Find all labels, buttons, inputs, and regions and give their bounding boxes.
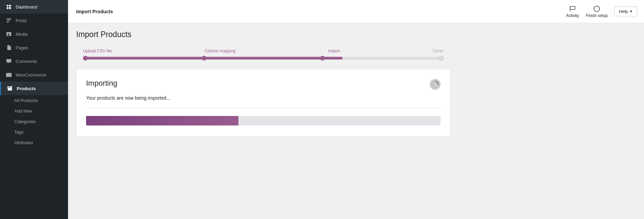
svg-text:woo: woo (6, 74, 11, 77)
submenu-item-attributes[interactable]: Attributes (0, 137, 68, 148)
page-title: Import Products (76, 30, 636, 39)
sidebar-item-woocommerce[interactable]: woo WooCommerce (0, 68, 68, 82)
sidebar-item-dashboard-label: Dashboard (16, 4, 37, 10)
chevron-down-icon: ▼ (629, 10, 633, 13)
sidebar-item-products-label: Products (17, 86, 36, 91)
pages-icon (5, 44, 12, 51)
card-description: Your products are now being imported... (86, 95, 441, 108)
import-card: Importing Your products are now being im… (76, 69, 450, 137)
sidebar-item-comments[interactable]: Comments (0, 54, 68, 68)
import-progress-fill (86, 116, 238, 125)
dashboard-icon (5, 3, 12, 10)
sidebar-item-woocommerce-label: WooCommerce (16, 72, 46, 78)
import-progress-bar (86, 116, 441, 125)
step-dot-2 (320, 56, 325, 61)
step-labels: Upload CSV file Column mapping Import Do… (83, 49, 444, 53)
sidebar-item-posts[interactable]: Posts (0, 14, 68, 27)
sidebar-item-media[interactable]: Media (0, 27, 68, 41)
topbar-right: Activity Finish setup Help ▼ (566, 5, 637, 18)
content-area: Import Products Upload CSV file Column m… (68, 23, 644, 219)
sidebar-item-pages[interactable]: Pages (0, 41, 68, 54)
topbar-title: Import Products (76, 9, 113, 14)
step-dots-row (83, 56, 444, 61)
sidebar-item-dashboard[interactable]: Dashboard (0, 0, 68, 14)
circle-icon (593, 5, 600, 13)
help-label: Help (619, 9, 628, 14)
step-label-column: Column mapping (205, 49, 236, 53)
submenu-item-categories[interactable]: Categories (0, 116, 68, 127)
activity-button[interactable]: Activity (566, 5, 579, 18)
sidebar-item-comments-label: Comments (16, 59, 37, 64)
submenu-item-add-new[interactable]: Add New (0, 106, 68, 116)
posts-icon (5, 17, 12, 24)
step-dot-1 (202, 56, 207, 61)
finish-setup-label: Finish setup (586, 13, 608, 18)
step-label-upload: Upload CSV file (83, 49, 112, 53)
sidebar-item-posts-label: Posts (16, 18, 27, 23)
comments-icon (5, 58, 12, 65)
finish-setup-button[interactable]: Finish setup (586, 5, 608, 18)
submenu-item-tags[interactable]: Tags (0, 127, 68, 137)
card-title: Importing (86, 79, 117, 88)
sidebar-item-products[interactable]: Products (0, 82, 68, 95)
activity-label: Activity (566, 13, 579, 18)
media-icon (5, 31, 12, 37)
card-header: Importing (86, 79, 441, 90)
progress-track (83, 57, 444, 60)
products-icon (6, 85, 13, 92)
sidebar-item-pages-label: Pages (16, 45, 28, 50)
flag-icon (569, 5, 576, 13)
submenu-item-all-products[interactable]: All Products (0, 95, 68, 106)
loading-circle (431, 80, 439, 88)
help-button[interactable]: Help ▼ (614, 6, 637, 16)
step-label-done: Done! (433, 49, 444, 53)
topbar: Import Products Activity Finish setup He… (68, 0, 644, 23)
main-area: Import Products Activity Finish setup He… (68, 0, 644, 219)
step-label-import: Import (328, 49, 340, 53)
svg-point-4 (594, 6, 600, 12)
woocommerce-icon: woo (5, 71, 12, 78)
sidebar-item-media-label: Media (16, 32, 28, 37)
steps-container: Upload CSV file Column mapping Import Do… (83, 49, 444, 60)
sidebar: Dashboard Posts Media Pages Comments woo… (0, 0, 68, 219)
step-dot-0 (83, 56, 88, 61)
spinner-icon (430, 79, 441, 90)
step-dot-3 (439, 56, 444, 61)
progress-steps: Upload CSV file Column mapping Import Do… (76, 49, 450, 60)
